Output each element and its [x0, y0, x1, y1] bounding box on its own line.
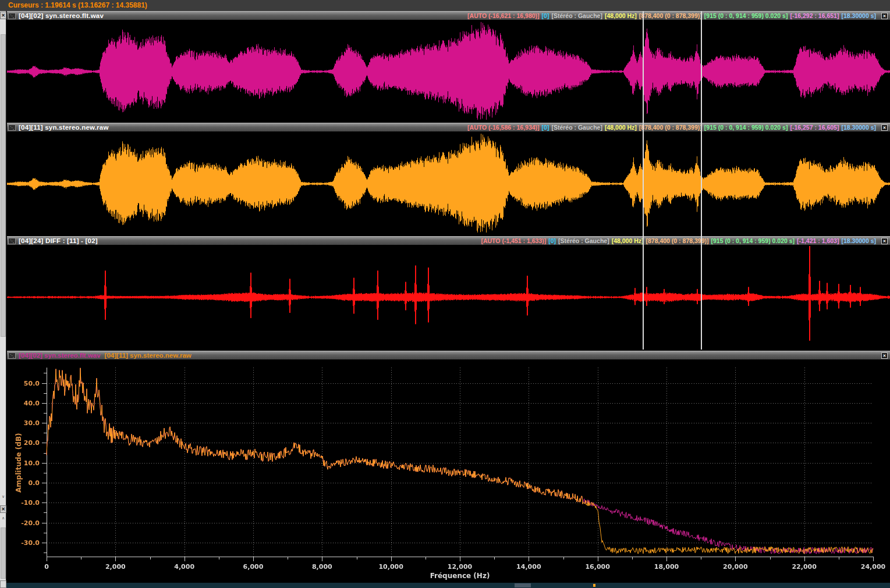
status-field-sample-range: [878,400 (0 : 878,399)]: [639, 124, 702, 131]
panel-fit-icon[interactable]: ⋱: [8, 124, 16, 131]
horizontal-scrollbar[interactable]: [0, 583, 890, 588]
status-field-min-max: [-1,421 : 1,603]: [797, 237, 839, 244]
panel-title: [04][02] syn.stereo.flt.wav: [19, 12, 104, 19]
status-field-min-max: [-16,292 : 16,651]: [790, 12, 839, 19]
chevron-down-icon[interactable]: ∨: [0, 494, 6, 499]
left-scrollbar-thumb[interactable]: [1, 34, 6, 337]
chevron-up-icon[interactable]: ∧: [0, 516, 6, 521]
status-field-sample-rate: [48,000 Hz]: [605, 124, 637, 131]
status-field-selection: [915 (0 : 0, 914 : 959) 0.020 s]: [711, 237, 795, 244]
panel-titlebar-new-raw[interactable]: ⋱ [04][11] syn.stereo.new.raw [AUTO (-16…: [7, 123, 890, 131]
status-field-channel: [0]: [542, 124, 549, 131]
status-field-channel: [0]: [548, 237, 556, 244]
panel-status-readouts: [AUTO (-1,451 : 1,633)][0][Stéréo : Gauc…: [481, 237, 889, 244]
panel-status-readouts: [AUTO (-16,621 : 16,980)][0][Stéréo : Ga…: [467, 12, 889, 19]
status-field-stereo-side: [Stéréo : Gauche]: [551, 12, 602, 19]
status-field-sample-range: [878,400 (0 : 878,399)]: [646, 237, 709, 244]
cursor-readout: Curseurs : 1.19614 s (13.16267 : 14.3588…: [8, 1, 147, 9]
panel-titlebar-diff[interactable]: ⋱ [04][24] DIFF : [11] - [02] [AUTO (-1,…: [7, 236, 890, 245]
status-field-duration: [18.30000 s]: [841, 237, 876, 244]
status-field-auto-range: [AUTO (-1,451 : 1,633)]: [481, 237, 546, 244]
waveform-canvas-flt-wav[interactable]: [7, 20, 890, 123]
close-icon[interactable]: ✕: [881, 124, 888, 131]
cursor-info-bar: Curseurs : 1.19614 s (13.16267 : 14.3588…: [0, 0, 890, 12]
status-field-sample-rate: [48,000 Hz]: [605, 12, 637, 19]
panel-fit-icon[interactable]: ⋱: [8, 352, 16, 359]
status-field-channel: [0]: [542, 12, 549, 19]
panel-titlebar-flt-wav[interactable]: ⋱ [04][02] syn.stereo.flt.wav [AUTO (-16…: [7, 11, 890, 20]
panel-title: [04][24] DIFF : [11] - [02]: [19, 237, 98, 244]
close-icon[interactable]: ✕: [0, 505, 6, 513]
left-scrollbar[interactable]: ✕ ∨ ✕ ∧: [0, 11, 6, 588]
close-icon[interactable]: ✕: [881, 238, 888, 244]
spectrum-title-flt: [04][02] syn.stereo.flt.wav: [19, 352, 101, 359]
close-icon[interactable]: ✕: [881, 352, 888, 359]
scrollbar-position-marker: [593, 584, 595, 587]
panel-fit-icon[interactable]: ⋱: [8, 238, 16, 244]
close-icon[interactable]: ✕: [881, 13, 888, 19]
status-field-min-max: [-16,257 : 16,605]: [790, 124, 839, 131]
status-field-stereo-side: [Stéréo : Gauche]: [558, 237, 609, 244]
audio-analyzer-window: Curseurs : 1.19614 s (13.16267 : 14.3588…: [0, 0, 890, 588]
playback-cursor-left[interactable]: [643, 11, 644, 350]
close-icon[interactable]: ✕: [0, 12, 6, 19]
spectrum-canvas[interactable]: [7, 359, 890, 583]
playback-cursor-right[interactable]: [701, 11, 702, 350]
status-field-sample-range: [878,400 (0 : 878,399)]: [639, 12, 702, 19]
corner-resize-box[interactable]: [0, 580, 6, 588]
panel-title: [04][11] syn.stereo.new.raw: [19, 124, 109, 131]
spectrum-titlebar[interactable]: ⋱ [04][02] syn.stereo.flt.wav [04][11] s…: [7, 351, 890, 359]
spectrum-title-raw: [04][11] syn.stereo.new.raw: [105, 352, 192, 359]
status-field-auto-range: [AUTO (-16,586 : 16,934)]: [467, 124, 540, 131]
status-field-duration: [18.30000 s]: [841, 124, 876, 131]
status-field-stereo-side: [Stéréo : Gauche]: [551, 124, 602, 131]
status-field-sample-rate: [48,000 Hz]: [612, 237, 644, 244]
panel-fit-icon[interactable]: ⋱: [8, 13, 16, 19]
waveform-canvas-new-raw[interactable]: [7, 131, 890, 236]
waveform-canvas-diff[interactable]: [7, 245, 890, 350]
horizontal-scrollbar-thumb[interactable]: [515, 583, 531, 587]
status-field-selection: [915 (0 : 0, 914 : 959) 0.020 s]: [704, 12, 788, 19]
status-field-selection: [915 (0 : 0, 914 : 959) 0.020 s]: [704, 124, 788, 131]
panel-status-readouts: [AUTO (-16,586 : 16,934)][0][Stéréo : Ga…: [467, 124, 889, 131]
status-field-duration: [18.30000 s]: [841, 12, 876, 19]
left-scrollbar-thumb[interactable]: [1, 528, 6, 579]
status-field-auto-range: [AUTO (-16,621 : 16,980)]: [467, 12, 540, 19]
